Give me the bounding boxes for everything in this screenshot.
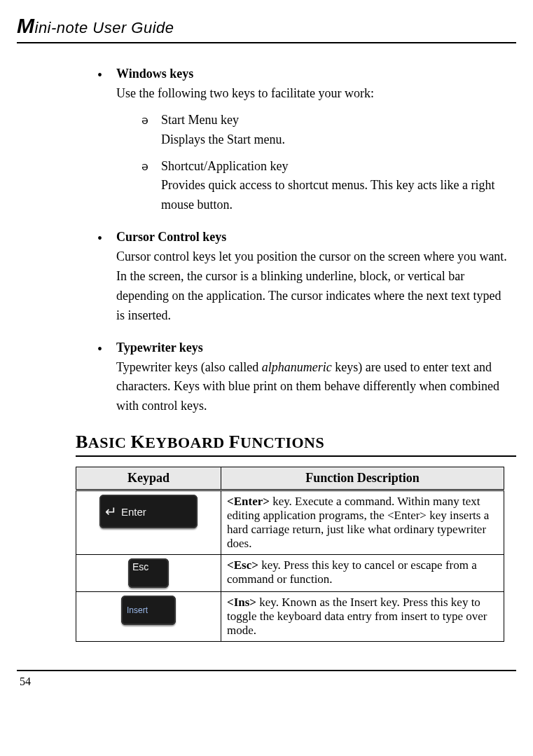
footer-rule <box>17 670 516 671</box>
keycap-label: Enter <box>121 506 146 518</box>
main-content: Windows keys Use the following two keys … <box>94 64 509 416</box>
bullet-body: Use the following two keys to facilitate… <box>116 86 374 100</box>
table-row: Insert <Ins> key. Known as the Insert ke… <box>76 592 504 642</box>
keycap-cell-enter: ↵ Enter <box>76 490 221 555</box>
bullet-body-pre: Typewriter keys (also called <box>116 360 262 374</box>
bullet-typewriter: Typewriter keys Typewriter keys (also ca… <box>94 338 509 417</box>
desc-rest: key. Press this key to cancel or escape … <box>227 558 477 586</box>
keycap-cell-esc: Esc <box>76 555 221 592</box>
enter-arrow-icon: ↵ <box>105 504 117 518</box>
bullet-heading: Cursor Control keys <box>116 230 226 244</box>
th-keypad: Keypad <box>76 467 221 490</box>
table-row: ↵ Enter <Enter> key. Execute a command. … <box>76 490 504 555</box>
header-title-big: M <box>17 14 35 37</box>
esc-key-icon: Esc <box>128 558 169 588</box>
desc-rest: key. Known as the Insert key. Press this… <box>227 596 487 637</box>
bullet-body-italic: alphanumeric <box>262 360 332 374</box>
bullet-heading: Typewriter keys <box>116 341 203 355</box>
sub-item-shortcut-key: Shortcut/Application key Provides quick … <box>116 157 509 216</box>
table-header-row: Keypad Function Description <box>76 467 504 490</box>
sub-line1: Shortcut/Application key <box>161 159 288 173</box>
keycap-label: Esc <box>132 561 148 572</box>
desc-cell: <Ins> key. Known as the Insert key. Pres… <box>221 592 504 642</box>
th-description: Function Description <box>221 467 504 490</box>
section-heading-text: BASIC KEYBOARD FUNCTIONS <box>76 434 324 451</box>
desc-bold: <Esc> <box>227 558 258 572</box>
page-container: Mini-note User Guide Windows keys Use th… <box>0 0 533 696</box>
page-number: 54 <box>20 675 516 688</box>
sub-line2: Provides quick access to shortcut menus.… <box>161 178 495 212</box>
bullet-windows-keys: Windows keys Use the following two keys … <box>94 64 509 215</box>
header-title: Mini-note User Guide <box>17 14 516 38</box>
bullet-body: Cursor control keys let you position the… <box>116 249 507 322</box>
desc-cell: <Esc> key. Press this key to cancel or e… <box>221 555 504 592</box>
enter-key-icon: ↵ Enter <box>99 495 198 528</box>
keycap-label: Insert <box>127 605 148 615</box>
table-row: Esc <Esc> key. Press this key to cancel … <box>76 555 504 592</box>
desc-bold: <Ins> <box>227 596 256 609</box>
insert-key-icon: Insert <box>121 596 176 625</box>
sub-item-start-menu: Start Menu key Displays the Start menu. <box>116 111 509 150</box>
desc-bold: <Enter> <box>227 495 270 508</box>
sub-line1: Start Menu key <box>161 113 239 127</box>
page-header: Mini-note User Guide <box>17 14 516 43</box>
header-title-rest: ini-note User Guide <box>35 19 174 36</box>
desc-cell: <Enter> key. Execute a command. Within m… <box>221 490 504 555</box>
function-table: Keypad Function Description ↵ Enter <Ent… <box>76 467 504 642</box>
keycap-cell-insert: Insert <box>76 592 221 642</box>
section-heading: BASIC KEYBOARD FUNCTIONS <box>76 432 516 457</box>
bullet-cursor-control: Cursor Control keys Cursor control keys … <box>94 228 509 325</box>
sub-line2: Displays the Start menu. <box>161 132 285 146</box>
bullet-heading: Windows keys <box>116 67 193 81</box>
